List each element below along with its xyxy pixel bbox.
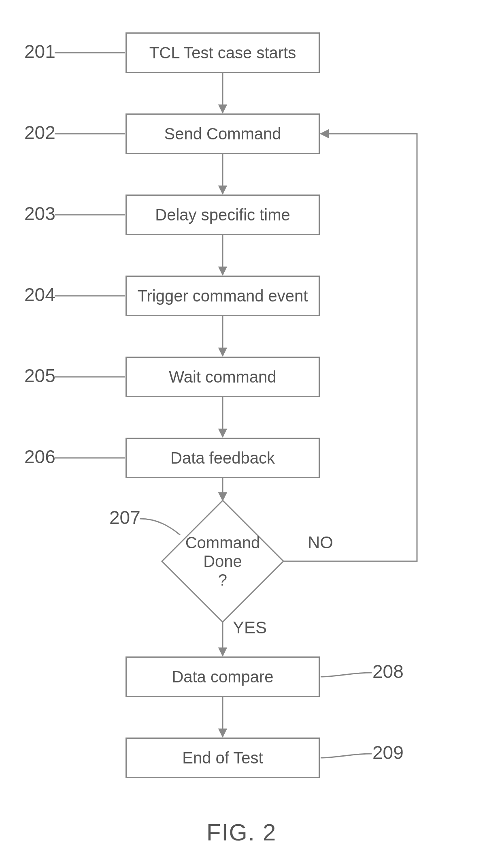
- ref-203: 203: [24, 203, 55, 224]
- step-209-box: End of Test: [126, 738, 320, 778]
- step-204-box: Trigger command event: [126, 276, 320, 316]
- step-207-text-line2: Done: [185, 552, 260, 571]
- step-206-box: Data feedback: [126, 438, 320, 478]
- flowchart-canvas: TCL Test case starts Send Command Delay …: [0, 0, 502, 868]
- edge-label-no: NO: [308, 533, 333, 552]
- step-205-box: Wait command: [126, 357, 320, 397]
- step-207-decision: Command Done ?: [160, 498, 285, 624]
- step-204-text: Trigger command event: [138, 287, 308, 305]
- step-203-text: Delay specific time: [155, 206, 290, 224]
- ref-209: 209: [372, 742, 404, 763]
- step-201-box: TCL Test case starts: [126, 32, 320, 73]
- ref-205: 205: [24, 365, 55, 387]
- step-209-text: End of Test: [182, 749, 263, 767]
- step-202-box: Send Command: [126, 113, 320, 154]
- step-201-text: TCL Test case starts: [149, 44, 296, 62]
- ref-207: 207: [109, 507, 140, 528]
- step-208-text: Data compare: [172, 668, 273, 686]
- step-205-text: Wait command: [169, 368, 276, 386]
- ref-201: 201: [24, 41, 55, 62]
- step-208-box: Data compare: [126, 656, 320, 697]
- step-207-text-line3: ?: [185, 571, 260, 589]
- step-202-text: Send Command: [164, 125, 281, 143]
- ref-206: 206: [24, 446, 55, 468]
- edge-label-yes: YES: [233, 618, 267, 637]
- ref-204: 204: [24, 284, 55, 306]
- step-203-box: Delay specific time: [126, 195, 320, 235]
- step-206-text: Data feedback: [170, 449, 275, 467]
- ref-208: 208: [372, 661, 404, 682]
- ref-202: 202: [24, 122, 55, 143]
- step-207-text-line1: Command: [185, 533, 260, 552]
- figure-caption: FIG. 2: [206, 819, 277, 846]
